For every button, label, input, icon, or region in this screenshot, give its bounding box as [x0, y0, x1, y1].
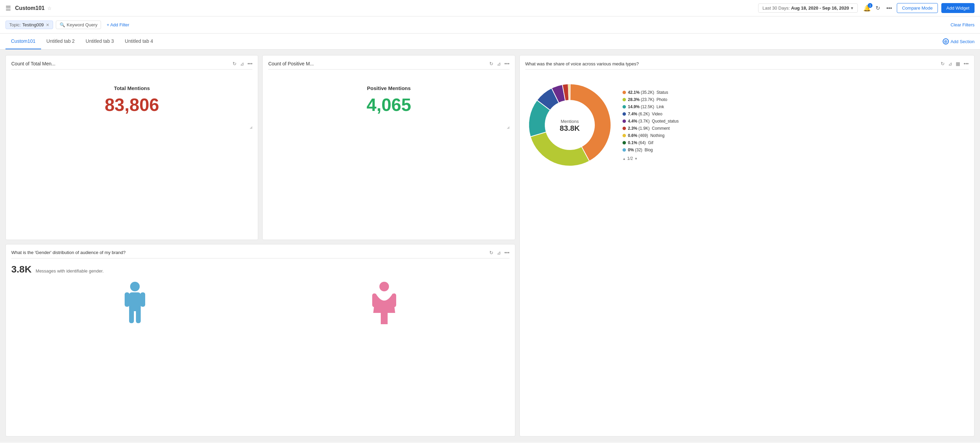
more-widget-icon[interactable]: •••	[504, 61, 509, 67]
date-range-button[interactable]: Last 30 Days: Aug 18, 2020 - Sep 16, 202…	[758, 3, 858, 13]
svg-rect-5	[140, 292, 145, 307]
svg-rect-2	[129, 308, 134, 323]
menu-icon[interactable]: ☰	[5, 5, 11, 12]
legend: 42.1% (35.2K) Status 28.3% (23.7K) Photo…	[622, 90, 679, 161]
total-mentions-label: Total Mentions	[114, 85, 150, 91]
filter-widget-icon[interactable]: ⊿	[240, 61, 244, 67]
chevron-down-icon: ▾	[851, 5, 853, 11]
total-mentions-content: Total Mentions 83,806	[11, 75, 252, 125]
legend-dot	[622, 119, 626, 123]
legend-pagination: ▲ 1/2 ▼	[622, 156, 679, 161]
topic-filter-close-icon[interactable]: ✕	[46, 22, 49, 27]
notification-badge: 1	[868, 3, 872, 8]
date-range-value: Aug 18, 2020 - Sep 16, 2020	[791, 5, 849, 11]
legend-text: 0% (32) Blog	[628, 148, 653, 152]
share-of-voice-actions: ↻ ⊿ ▦ •••	[940, 61, 969, 67]
donut-center-value: 83.8K	[560, 124, 580, 132]
female-figure-icon	[371, 280, 398, 325]
filter-widget-icon[interactable]: ⊿	[497, 250, 501, 256]
refresh-icon[interactable]: ↻	[874, 3, 881, 13]
donut-center-label: Mentions	[560, 119, 580, 124]
legend-item: 28.3% (23.7K) Photo	[622, 97, 679, 102]
legend-item: 14.9% (12.5K) Link	[622, 105, 679, 109]
tab-custom101[interactable]: Custom101	[5, 33, 41, 49]
legend-item: 2.3% (1.9K) Comment	[622, 126, 679, 131]
add-widget-button[interactable]: Add Widget	[941, 3, 975, 13]
legend-dot	[622, 127, 626, 130]
donut-center: Mentions 83.8K	[560, 119, 580, 132]
legend-text: 28.3% (23.7K) Photo	[628, 97, 667, 102]
female-figure	[371, 280, 398, 326]
legend-next-icon[interactable]: ▼	[634, 157, 638, 160]
legend-item: 4.4% (3.7K) Quoted_status	[622, 119, 679, 124]
circle-plus-icon: ⊕	[943, 38, 949, 44]
legend-dot	[622, 141, 626, 144]
refresh-widget-icon[interactable]: ↻	[232, 61, 237, 67]
more-widget-icon[interactable]: •••	[964, 61, 969, 67]
svg-rect-7	[372, 294, 376, 307]
legend-text: 4.4% (3.7K) Quoted_status	[628, 119, 679, 124]
male-figure-icon	[123, 280, 147, 325]
search-icon: 🔍	[60, 22, 65, 27]
legend-dot	[622, 105, 626, 108]
positive-mentions-actions: ↻ ⊿ •••	[489, 61, 509, 67]
more-widget-icon[interactable]: •••	[248, 61, 253, 67]
notifications-button[interactable]: 🔔 1	[863, 5, 871, 12]
refresh-widget-icon[interactable]: ↻	[940, 61, 945, 67]
keyword-filter[interactable]: 🔍 Keyword Query	[56, 21, 101, 29]
legend-dot	[622, 112, 626, 116]
top-bar: ☰ Custom101 ☆ Last 30 Days: Aug 18, 2020…	[0, 0, 980, 16]
topic-filter-value: Testing009	[22, 22, 44, 27]
share-of-voice-widget: What was the share of voice across vario…	[519, 55, 975, 437]
add-filter-button[interactable]: + Add Filter	[104, 21, 132, 29]
compare-mode-button[interactable]: Compare Mode	[897, 3, 938, 13]
positive-mentions-value: 4,065	[367, 94, 411, 115]
refresh-widget-icon[interactable]: ↻	[489, 61, 493, 67]
share-of-voice-title: What was the share of voice across vario…	[525, 61, 940, 67]
positive-mentions-label: Positive Mentions	[367, 85, 411, 91]
donut-content: Mentions 83.8K 42.1% (35.2K) Status 28.3…	[525, 75, 969, 176]
star-icon[interactable]: ☆	[47, 5, 52, 11]
date-range-label: Last 30 Days:	[762, 5, 790, 11]
legend-prev-icon[interactable]: ▲	[622, 157, 626, 160]
legend-item: 42.1% (35.2K) Status	[622, 90, 679, 95]
clear-filters-button[interactable]: Clear Filters	[951, 22, 975, 27]
page-title: Custom101	[15, 5, 45, 11]
positive-mentions-content: Positive Mentions 4,065	[268, 75, 509, 125]
filter-widget-icon[interactable]: ⊿	[497, 61, 501, 67]
gender-actions: ↻ ⊿ •••	[489, 250, 509, 256]
legend-text: 14.9% (12.5K) Link	[628, 105, 664, 109]
resize-handle-icon[interactable]: ◢	[507, 125, 509, 129]
add-section-button[interactable]: ⊕ Add Section	[943, 36, 975, 47]
add-section-label: Add Section	[951, 39, 975, 44]
legend-item: 0.6% (469) Nothing	[622, 133, 679, 138]
resize-handle-icon[interactable]: ◢	[250, 125, 252, 129]
tab-untitled-4[interactable]: Untitled tab 4	[119, 33, 159, 49]
keyword-filter-label: Keyword Query	[67, 22, 98, 27]
tab-untitled-3[interactable]: Untitled tab 3	[80, 33, 119, 49]
topic-filter-label: Topic:	[9, 22, 21, 27]
more-widget-icon[interactable]: •••	[504, 250, 509, 256]
gender-count-row: 3.8K Messages with identifiable gender.	[11, 264, 509, 275]
donut-chart: Mentions 83.8K	[525, 81, 614, 170]
total-mentions-value: 83,806	[105, 94, 159, 115]
legend-dot	[622, 134, 626, 137]
total-mentions-title: Count of Total Men...	[11, 61, 232, 67]
total-mentions-widget: Count of Total Men... ↻ ⊿ ••• Total Ment…	[5, 55, 258, 240]
dashboard: Count of Total Men... ↻ ⊿ ••• Total Ment…	[0, 50, 980, 442]
legend-dot	[622, 148, 626, 152]
gender-figures	[11, 275, 509, 326]
positive-mentions-title: Count of Positive M...	[268, 61, 489, 67]
topic-filter-tag[interactable]: Topic: Testing009 ✕	[5, 21, 53, 29]
tab-untitled-2[interactable]: Untitled tab 2	[41, 33, 81, 49]
chart-type-icon[interactable]: ▦	[956, 61, 960, 67]
filter-widget-icon[interactable]: ⊿	[948, 61, 952, 67]
legend-item: 0.1% (64) Gif	[622, 140, 679, 145]
gender-title: What is the 'Gender' distribution of aud…	[11, 250, 489, 255]
svg-point-0	[130, 282, 140, 291]
legend-text: 2.3% (1.9K) Comment	[628, 126, 670, 131]
legend-text: 7.4% (6.2K) Video	[628, 112, 663, 116]
refresh-widget-icon[interactable]: ↻	[489, 250, 493, 256]
gender-count: 3.8K	[11, 264, 32, 275]
more-options-icon[interactable]: •••	[885, 4, 893, 13]
